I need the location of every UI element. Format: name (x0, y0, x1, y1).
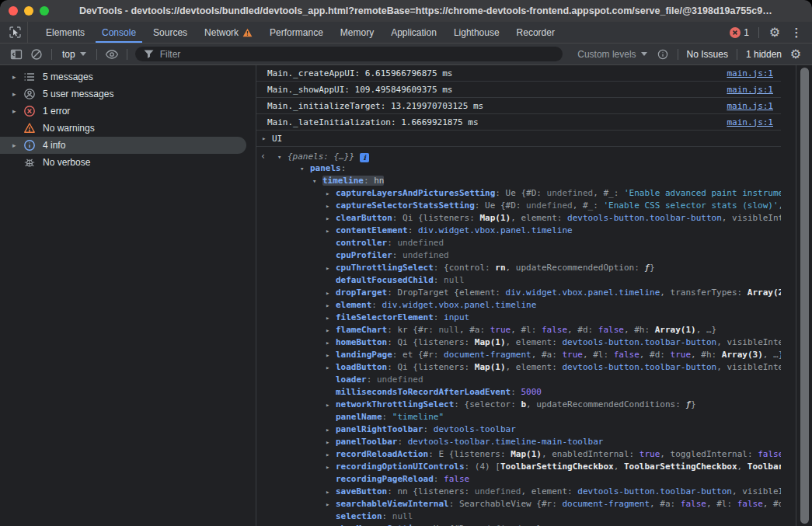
disclosure-collapsed-icon[interactable]: ▸ (326, 361, 336, 374)
error-badge[interactable]: 1 (725, 27, 754, 38)
disclosure-collapsed-icon[interactable]: ▸ (326, 324, 336, 336)
tree-row[interactable]: ▸panelRightToolbar: devtools-toolbar (256, 423, 781, 436)
inspect-icon[interactable] (3, 22, 28, 43)
console-sidebar-toggle-icon[interactable] (6, 45, 26, 64)
tab-application[interactable]: Application (382, 22, 445, 43)
disclosure-collapsed-icon[interactable]: ▸ (12, 141, 23, 149)
clear-console-icon[interactable] (26, 45, 47, 64)
tree-row[interactable]: ‹▾{panels: {…}}i (256, 150, 781, 162)
tree-row[interactable]: ▸fileSelectorElement: input (256, 312, 781, 324)
tree-row[interactable]: ▸cpuThrottlingSelect: {control: rn, upda… (256, 262, 781, 274)
tree-row[interactable]: ▸showMemorySetting: Ue {#D: undefined, …… (256, 523, 781, 526)
tree-row[interactable]: ▸clearButton: Qi {listeners: Map(1), ele… (256, 212, 781, 225)
sidebar-item-1-error[interactable]: ▸1 error (0, 103, 246, 120)
tree-row[interactable]: ▾timeline: hn (256, 175, 781, 187)
tree-row[interactable]: ▸captureSelectorStatsSetting: Ue {#D: un… (256, 200, 781, 212)
disclosure-collapsed-icon[interactable]: ▸ (326, 336, 336, 349)
tree-row[interactable]: ▸element: div.widget.vbox.panel.timeline (256, 299, 781, 312)
tree-row[interactable]: controller: undefined (256, 237, 781, 249)
sidebar-item-5-messages[interactable]: ▸5 messages (0, 68, 246, 85)
info-badge[interactable]: i (360, 153, 369, 162)
tree-row[interactable]: panelName: "timeline" (256, 411, 781, 423)
disclosure-collapsed-icon[interactable]: ▸ (326, 262, 336, 274)
tree-row[interactable]: ▸recordingOptionUIControls: (4) [Toolbar… (256, 461, 781, 473)
collapse-chevron-icon[interactable]: ‹ (260, 150, 277, 162)
tab-network[interactable]: Network (196, 22, 261, 43)
tree-row[interactable]: ▸saveButton: nn {listeners: undefined, e… (256, 486, 781, 498)
source-link[interactable]: main.js:1 (727, 117, 781, 127)
source-link[interactable]: main.js:1 (727, 101, 781, 111)
disclosure-collapsed-icon[interactable]: ▸ (12, 90, 23, 98)
filter-input[interactable] (160, 49, 555, 60)
tab-elements[interactable]: Elements (37, 22, 93, 43)
sidebar-item-5-user-messages[interactable]: ▸5 user messages (0, 85, 246, 103)
tab-console[interactable]: Console (93, 22, 145, 43)
tab-memory[interactable]: Memory (332, 22, 382, 43)
settings-gear-icon[interactable]: ⚙ (764, 23, 786, 43)
close-button[interactable] (9, 6, 18, 16)
tab-recorder[interactable]: Recorder (508, 22, 563, 43)
disclosure-collapsed-icon[interactable]: ▸ (326, 498, 336, 510)
disclosure-collapsed-icon[interactable]: ▸ (12, 73, 23, 81)
source-link[interactable]: main.js:1 (727, 68, 781, 78)
disclosure-collapsed-icon[interactable]: ▸ (326, 448, 336, 461)
disclosure-collapsed-icon[interactable]: ▸ (262, 134, 272, 142)
disclosure-expanded-icon[interactable]: ▾ (312, 175, 322, 187)
console-settings-gear-icon[interactable]: ⚙ (786, 45, 806, 64)
tree-row[interactable]: ▸homeButton: Qi {listeners: Map(1), elem… (256, 336, 781, 349)
tree-row[interactable]: ▾panels: (256, 162, 781, 175)
filter-box[interactable] (135, 47, 563, 61)
disclosure-collapsed-icon[interactable]: ▸ (12, 107, 23, 115)
tree-row[interactable]: ▸dropTarget: DropTarget {element: div.wi… (256, 287, 781, 299)
tree-row[interactable]: ▸panelToolbar: devtools-toolbar.timeline… (256, 436, 781, 448)
disclosure-collapsed-icon[interactable]: ▸ (326, 212, 336, 225)
tab-sources[interactable]: Sources (145, 22, 196, 43)
sidebar-item-4-info[interactable]: ▸4 info (0, 137, 246, 154)
sidebar-item-no-verbose[interactable]: No verbose (0, 154, 246, 171)
tree-row[interactable]: ▸loadButton: Qi {listeners: Map(1), elem… (256, 361, 781, 374)
execution-context-selector[interactable]: top (57, 49, 92, 60)
tree-row[interactable]: ▸searchableViewInternal: SearchableView … (256, 498, 781, 510)
tree-row[interactable]: selection: null (256, 510, 781, 523)
disclosure-collapsed-icon[interactable]: ▸ (326, 299, 336, 312)
zoom-button[interactable] (40, 6, 49, 16)
disclosure-expanded-icon[interactable]: ▾ (277, 151, 288, 162)
tab-performance[interactable]: Performance (261, 22, 332, 43)
disclosure-collapsed-icon[interactable]: ▸ (326, 461, 336, 473)
log-levels-selector[interactable]: Custom levels (572, 49, 652, 60)
tree-row[interactable]: ▸contentElement: div.widget.vbox.panel.t… (256, 225, 781, 237)
disclosure-collapsed-icon[interactable]: ▸ (326, 200, 336, 212)
disclosure-collapsed-icon[interactable]: ▸ (326, 287, 336, 299)
tree-row[interactable]: ▸recordReloadAction: E {listeners: Map(1… (256, 448, 781, 461)
minimize-button[interactable] (24, 6, 33, 16)
disclosure-collapsed-icon[interactable]: ▸ (326, 523, 336, 526)
tree-row[interactable]: ▸flameChart: kr {#r: null, #a: true, #l:… (256, 324, 781, 336)
info-icon[interactable] (653, 45, 673, 64)
disclosure-collapsed-icon[interactable]: ▸ (326, 225, 336, 237)
sidebar-item-no-warnings[interactable]: No warnings (0, 120, 246, 137)
more-options-kebab-icon[interactable]: ⋮ (786, 23, 807, 43)
disclosure-expanded-icon[interactable]: ▾ (300, 162, 310, 175)
console-group-ui[interactable]: ▸UI (256, 131, 781, 147)
tab-lighthouse[interactable]: Lighthouse (445, 22, 508, 43)
tree-row[interactable]: defaultFocusedChild: null (256, 274, 781, 287)
disclosure-collapsed-icon[interactable]: ▸ (326, 187, 336, 200)
hidden-messages-count[interactable]: 1 hidden (742, 49, 786, 60)
tree-row[interactable]: ▸landingPage: et {#r: document-fragment,… (256, 349, 781, 361)
issues-status[interactable]: No Issues (683, 49, 732, 60)
disclosure-collapsed-icon[interactable]: ▸ (326, 423, 336, 436)
scrollbar-thumb[interactable] (800, 68, 809, 524)
tree-row[interactable]: ▸networkThrottlingSelect: {selector: b, … (256, 399, 781, 411)
tree-row[interactable]: cpuProfiler: undefined (256, 249, 781, 262)
tree-row[interactable]: millisecondsToRecordAfterLoadEvent: 5000 (256, 386, 781, 399)
disclosure-collapsed-icon[interactable]: ▸ (326, 349, 336, 361)
tree-row[interactable]: recordingPageReload: false (256, 473, 781, 486)
disclosure-collapsed-icon[interactable]: ▸ (326, 436, 336, 448)
tree-row[interactable]: loader: undefined (256, 374, 781, 386)
disclosure-collapsed-icon[interactable]: ▸ (326, 486, 336, 498)
tree-row[interactable]: ▸captureLayersAndPicturesSetting: Ue {#D… (256, 187, 781, 200)
disclosure-collapsed-icon[interactable]: ▸ (326, 312, 336, 324)
disclosure-collapsed-icon[interactable]: ▸ (326, 399, 336, 411)
live-expression-eye-icon[interactable] (102, 45, 122, 64)
source-link[interactable]: main.js:1 (727, 85, 781, 95)
